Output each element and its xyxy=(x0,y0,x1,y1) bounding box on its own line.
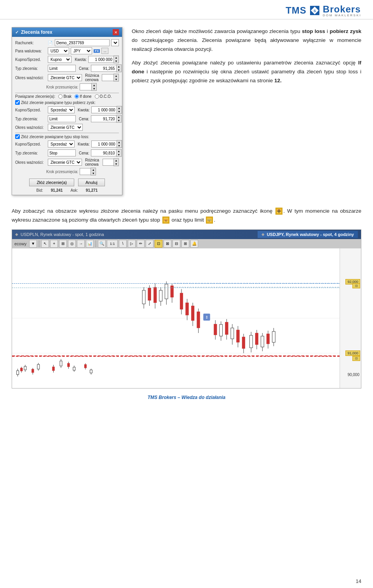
roznica-input[interactable] xyxy=(102,74,113,81)
kwota2-down[interactable]: ▼ xyxy=(117,110,122,113)
footer-text: TMS Brokers – Wiedza do działania xyxy=(148,395,226,400)
rachunek-select[interactable] xyxy=(111,39,119,46)
svg-rect-21 xyxy=(24,366,26,370)
zloz-button[interactable]: Złóż zlecenie(a) xyxy=(29,179,74,186)
kwota3-up[interactable]: ▲ xyxy=(117,140,122,144)
kupno2-select[interactable]: Sprzedaż xyxy=(48,106,75,113)
typ-input[interactable] xyxy=(48,65,76,72)
svg-rect-35 xyxy=(84,364,87,368)
okres3-select[interactable]: Zlecenie GTC xyxy=(48,159,82,166)
toolbar-crosshair[interactable]: + xyxy=(50,240,58,248)
krok3-input[interactable] xyxy=(80,168,91,175)
rachunek-input[interactable] xyxy=(55,39,110,46)
krok-row: Krok przesunięcia: ▲ ▼ xyxy=(15,83,119,91)
toolbar-cursor[interactable]: ↖ xyxy=(41,240,49,248)
kupno-label: Kupno/Sprzed. xyxy=(15,57,46,62)
okres-select[interactable]: Zlecenie GTC xyxy=(48,74,82,81)
okres-row: Okres ważności: Zlecenie GTC Różnica cen… xyxy=(15,73,119,82)
chart-drawing-area: ⇕ xyxy=(12,248,340,388)
kwota2-up[interactable]: ▲ xyxy=(117,106,122,110)
svg-rect-39 xyxy=(142,290,145,304)
cena3-input[interactable] xyxy=(91,149,116,156)
roznica3-spin: ▲ ▼ xyxy=(103,158,119,166)
cena3-down[interactable]: ▼ xyxy=(117,153,121,156)
radio-ifdone-label[interactable]: If done xyxy=(75,94,92,99)
typ3-input[interactable] xyxy=(48,149,76,156)
toolbar-indicator[interactable]: ◎ xyxy=(68,240,76,248)
toolbar-news[interactable]: ⊞ xyxy=(181,240,189,248)
divider2 xyxy=(15,133,119,133)
krok3-down[interactable]: ▼ xyxy=(91,172,96,175)
toolbar-bell[interactable]: 🔔 xyxy=(190,240,198,248)
toolbar-zoom-in[interactable]: 🔍 xyxy=(98,240,106,248)
krok-down[interactable]: ▼ xyxy=(92,87,96,90)
krok3-up[interactable]: ▲ xyxy=(91,168,96,172)
toolbar-dropdown[interactable]: ▼ xyxy=(29,240,37,248)
cena3-up[interactable]: ▲ xyxy=(117,149,121,153)
roznica3-down[interactable]: ▼ xyxy=(114,162,119,166)
roznica3-input[interactable] xyxy=(103,159,113,166)
svg-rect-29 xyxy=(60,361,62,366)
roznica3-up[interactable]: ▲ xyxy=(114,159,119,162)
chart-label-ecowy: ecowy xyxy=(14,241,26,246)
kwota3-down[interactable]: ▼ xyxy=(117,144,122,147)
toolbar-grid[interactable]: ⊞ xyxy=(59,240,67,248)
typ2-input[interactable] xyxy=(48,115,76,122)
cena2-down[interactable]: ▼ xyxy=(117,119,121,122)
icon-orders xyxy=(275,208,282,215)
dialog-checkbox-icon: ✓ xyxy=(15,30,19,35)
krok-up[interactable]: ▲ xyxy=(92,83,96,87)
dialog-close-button[interactable]: ✕ xyxy=(113,29,119,35)
cena2-input[interactable] xyxy=(91,115,116,122)
radio-brak[interactable] xyxy=(58,94,63,99)
radio-ifdone[interactable] xyxy=(75,94,79,99)
svg-rect-45 xyxy=(159,290,162,301)
kwota3-input[interactable] xyxy=(91,140,117,147)
cena-down[interactable]: ▼ xyxy=(117,68,121,72)
kwota-down[interactable]: ▼ xyxy=(114,59,119,63)
checkbox-stoploss[interactable] xyxy=(15,134,20,139)
krok-input[interactable] xyxy=(80,83,91,90)
kupno-select[interactable]: Kupno xyxy=(48,56,71,63)
document-icon: 📄 xyxy=(48,41,52,45)
toolbar-triangle[interactable]: ▷ xyxy=(128,240,136,248)
cena2-up[interactable]: ▲ xyxy=(117,115,121,119)
toolbar-ratio[interactable]: 1:1 xyxy=(107,240,118,248)
kupno3-select[interactable]: Sprzedaż xyxy=(48,140,75,147)
cena-input[interactable] xyxy=(91,65,116,72)
toolbar-pencil[interactable]: ✏ xyxy=(137,240,145,248)
kwota-up[interactable]: ▲ xyxy=(114,56,119,59)
kwota2-label: Kwota: xyxy=(78,108,90,112)
anuluj-button[interactable]: Anuluj xyxy=(78,179,105,186)
cena-up[interactable]: ▲ xyxy=(117,65,121,68)
para-dots-button[interactable]: ... xyxy=(101,48,108,54)
toolbar-positions[interactable]: ⊠ xyxy=(164,240,171,248)
page-header: TMS S Brokers DOM MAKLERSKI xyxy=(0,0,373,19)
toolbar-zoom-fit[interactable]: ⤢ xyxy=(146,240,153,248)
toolbar-line[interactable]: \ xyxy=(119,240,127,248)
roznica-down[interactable]: ▼ xyxy=(114,78,119,81)
kwota2-input[interactable] xyxy=(91,106,117,113)
checkbox-stoploss-label[interactable]: Złóż zlecenie powiązane typu stop loss: xyxy=(15,134,119,139)
right-text-area: Okno zleceń daje także możliwość zawarci… xyxy=(132,27,361,90)
okres2-select[interactable]: Zlecenie GTC xyxy=(48,124,83,131)
radio-brak-label[interactable]: Brak xyxy=(58,94,71,99)
bid-value: 91,241 xyxy=(51,188,63,193)
radio-oco-label[interactable]: O.C.O. xyxy=(95,94,112,99)
para-usd-select[interactable]: USD xyxy=(48,47,69,54)
kwota-input[interactable] xyxy=(88,56,113,63)
svg-rect-41 xyxy=(148,288,151,300)
svg-rect-33 xyxy=(73,367,75,370)
para-jpy-select[interactable]: JPY xyxy=(71,47,92,54)
roznica3-label: Różnica cenowa xyxy=(85,158,101,167)
toolbar-orders[interactable]: ⊡ xyxy=(155,240,162,248)
roznica-up[interactable]: ▲ xyxy=(114,74,119,78)
cena2-label: Cena: xyxy=(79,117,89,121)
toolbar-trades[interactable]: ⊟ xyxy=(173,240,180,248)
svg-rect-81 xyxy=(272,331,275,342)
radio-oco[interactable] xyxy=(95,94,99,99)
checkbox-pobierz-label[interactable]: Złóż zlecenie powiązane typu pobierz zys… xyxy=(15,100,119,105)
checkbox-pobierz[interactable] xyxy=(15,100,20,105)
toolbar-arrow[interactable]: → xyxy=(77,240,85,248)
toolbar-chart-type[interactable]: 📊 xyxy=(86,240,94,248)
